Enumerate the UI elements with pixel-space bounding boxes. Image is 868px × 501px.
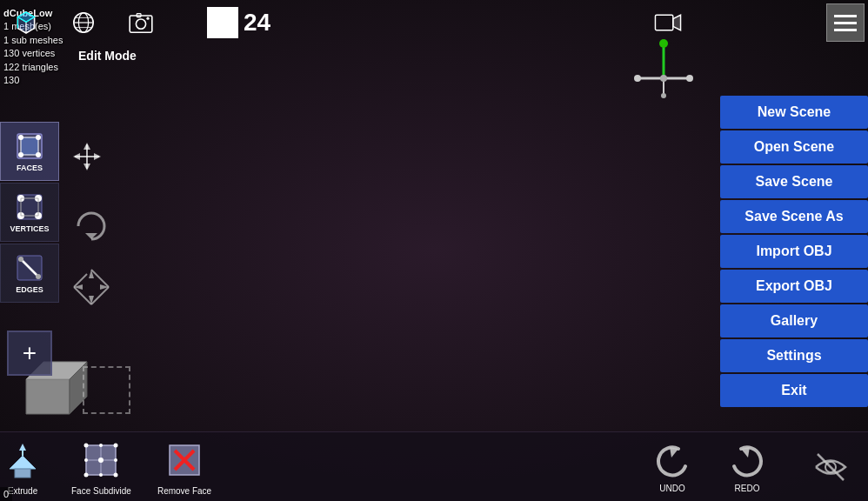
svg-point-60 bbox=[661, 93, 666, 98]
svg-marker-118 bbox=[19, 444, 26, 451]
gallery-button[interactable]: Gallery bbox=[720, 304, 868, 337]
svg-point-128 bbox=[99, 473, 103, 477]
viewport[interactable]: dCubeLow 1 mesh(es) 1 sub meshes 130 ver… bbox=[0, 0, 868, 501]
scale-handle-button[interactable] bbox=[65, 261, 117, 313]
svg-marker-103 bbox=[83, 164, 90, 170]
bottom-toolbar: Extrude Face Su bbox=[0, 431, 868, 501]
coordinate-display: 0 bbox=[0, 487, 12, 501]
svg-line-137 bbox=[818, 454, 844, 480]
edges-tool[interactable]: EDGES bbox=[0, 244, 59, 303]
svg-marker-80 bbox=[673, 15, 681, 30]
export-obj-button[interactable]: Export OBJ bbox=[720, 270, 868, 303]
svg-point-57 bbox=[660, 75, 667, 82]
svg-point-59 bbox=[686, 75, 693, 82]
svg-marker-61 bbox=[26, 379, 70, 414]
screenshot-icon-button[interactable] bbox=[124, 5, 158, 40]
new-scene-button[interactable]: New Scene bbox=[720, 96, 868, 129]
vertices-count: 130 vertices bbox=[3, 47, 63, 60]
remove-face-icon bbox=[162, 438, 207, 483]
svg-marker-134 bbox=[670, 447, 678, 458]
remove-face-label: Remove Face bbox=[157, 486, 211, 496]
svg-marker-102 bbox=[83, 143, 90, 150]
remove-face-tool[interactable]: Remove Face bbox=[157, 438, 211, 496]
redo-button[interactable]: REDO bbox=[727, 440, 767, 493]
extra-count: 130 bbox=[3, 74, 63, 87]
face-subdivide-label: Face Subdivide bbox=[71, 486, 131, 496]
top-toolbar: 24 bbox=[0, 0, 868, 45]
vertices-tool[interactable]: VERTICES bbox=[0, 183, 59, 242]
rotate-handle-button[interactable] bbox=[65, 200, 117, 252]
svg-marker-115 bbox=[10, 456, 36, 469]
svg-point-127 bbox=[99, 444, 103, 447]
left-tool-sidebar: FACES VERTICES bbox=[0, 122, 59, 303]
faces-tool[interactable]: FACES bbox=[0, 122, 59, 181]
coord-value: 0 bbox=[3, 489, 9, 499]
extrude-icon bbox=[0, 438, 45, 483]
hamburger-line-1 bbox=[834, 15, 857, 17]
right-menu-panel: New Scene Open Scene Save Scene Save Sce… bbox=[720, 96, 868, 407]
svg-point-122 bbox=[98, 458, 103, 463]
svg-point-130 bbox=[114, 458, 117, 462]
face-subdivide-icon bbox=[78, 438, 124, 483]
globe-icon-button[interactable] bbox=[66, 5, 101, 40]
frame-number: 24 bbox=[244, 9, 270, 37]
hamburger-menu-button[interactable] bbox=[826, 3, 865, 42]
hamburger-line-3 bbox=[834, 29, 857, 31]
undo-button[interactable]: UNDO bbox=[652, 440, 692, 493]
navigation-cube[interactable] bbox=[620, 39, 707, 109]
visibility-toggle-button[interactable] bbox=[811, 447, 851, 487]
svg-point-98 bbox=[18, 257, 23, 262]
hamburger-line-2 bbox=[834, 22, 857, 24]
svg-point-123 bbox=[84, 444, 89, 448]
exit-button[interactable]: Exit bbox=[720, 374, 868, 407]
save-scene-button[interactable]: Save Scene bbox=[720, 165, 868, 198]
svg-point-83 bbox=[18, 135, 23, 140]
svg-point-84 bbox=[36, 135, 41, 140]
face-subdivide-tool[interactable]: Face Subdivide bbox=[71, 438, 131, 496]
frame-counter: 24 bbox=[207, 7, 270, 38]
edges-label: EDGES bbox=[16, 285, 43, 294]
svg-marker-105 bbox=[94, 153, 101, 160]
svg-point-78 bbox=[146, 17, 149, 20]
settings-button[interactable]: Settings bbox=[720, 339, 868, 372]
svg-rect-82 bbox=[21, 137, 38, 155]
svg-point-129 bbox=[84, 458, 88, 462]
svg-point-86 bbox=[36, 152, 41, 157]
faces-label: FACES bbox=[17, 164, 43, 172]
frame-box bbox=[207, 7, 238, 38]
triangles-count: 122 triangles bbox=[3, 61, 63, 74]
add-button[interactable]: + bbox=[7, 331, 52, 376]
svg-rect-116 bbox=[15, 469, 30, 478]
svg-point-124 bbox=[114, 444, 118, 448]
video-camera-icon[interactable] bbox=[651, 5, 685, 40]
vertices-label: VERTICES bbox=[10, 224, 49, 233]
selection-box bbox=[83, 366, 130, 414]
save-scene-as-button[interactable]: Save Scene As bbox=[720, 200, 868, 233]
open-scene-button[interactable]: Open Scene bbox=[720, 130, 868, 164]
move-handle-button[interactable] bbox=[70, 139, 104, 174]
cube-icon-button[interactable] bbox=[9, 5, 43, 40]
svg-point-125 bbox=[84, 473, 89, 478]
svg-marker-135 bbox=[741, 447, 750, 458]
svg-point-85 bbox=[18, 152, 23, 157]
svg-point-126 bbox=[114, 473, 118, 478]
svg-rect-79 bbox=[655, 15, 672, 30]
svg-point-58 bbox=[634, 75, 641, 82]
import-obj-button[interactable]: Import OBJ bbox=[720, 235, 868, 268]
redo-label: REDO bbox=[735, 484, 760, 493]
svg-point-99 bbox=[36, 274, 41, 279]
svg-point-76 bbox=[136, 19, 145, 29]
svg-marker-104 bbox=[73, 153, 80, 160]
edit-mode-label: Edit Mode bbox=[78, 49, 137, 63]
undo-label: UNDO bbox=[659, 484, 684, 493]
